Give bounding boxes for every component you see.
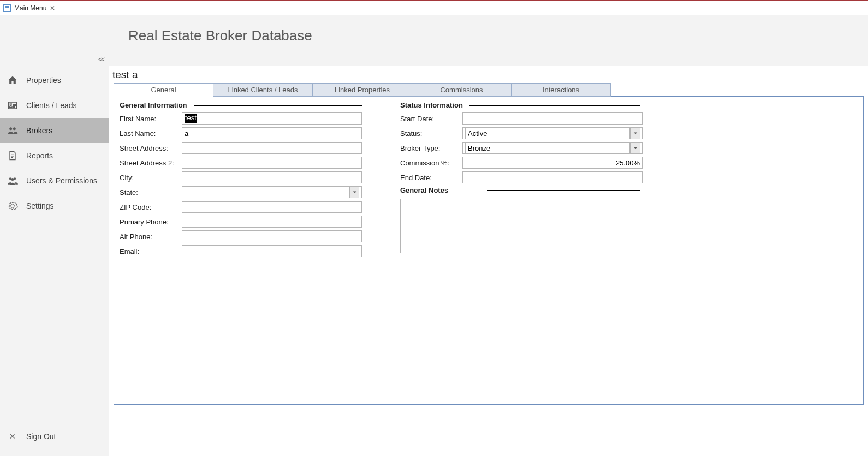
tab-label: General xyxy=(151,86,176,94)
first-name-field[interactable]: test xyxy=(182,112,362,125)
first-name-value: test xyxy=(185,114,197,123)
users-icon xyxy=(7,175,19,187)
section-title: General Information xyxy=(120,101,187,109)
sidebar-item-reports[interactable]: Reports xyxy=(0,143,109,168)
house-icon xyxy=(7,74,19,86)
sidebar-item-properties[interactable]: Properties xyxy=(0,68,109,93)
tab-linked-clients[interactable]: Linked Clients / Leads xyxy=(213,83,313,97)
chevron-down-icon[interactable] xyxy=(630,128,640,139)
state-select[interactable] xyxy=(182,186,362,198)
form-icon xyxy=(3,4,11,12)
label-street2: Street Address 2: xyxy=(120,159,182,167)
gear-icon xyxy=(7,200,19,212)
tab-label: Interactions xyxy=(543,86,579,94)
sidebar-item-label: Clients / Leads xyxy=(26,101,77,110)
sidebar-item-clients-leads[interactable]: Clients / Leads xyxy=(0,93,109,118)
label-zip: ZIP Code: xyxy=(120,203,182,211)
record-title: test a xyxy=(109,66,868,83)
status-value[interactable] xyxy=(465,127,630,139)
label-phone2: Alt Phone: xyxy=(120,233,182,241)
state-value[interactable] xyxy=(185,186,349,198)
label-commission: Commission %: xyxy=(400,159,462,167)
zip-field[interactable] xyxy=(182,201,362,213)
sign-out-button[interactable]: ✕ Sign Out xyxy=(0,427,109,446)
section-header-general-notes: General Notes xyxy=(400,186,640,194)
tab-label: Linked Clients / Leads xyxy=(228,86,298,94)
detail-body: General Information First Name: test Las… xyxy=(114,96,864,405)
label-email: Email: xyxy=(120,247,182,256)
document-tab-label: Main Menu xyxy=(14,4,46,12)
alt-phone-field[interactable] xyxy=(182,230,362,242)
status-select[interactable] xyxy=(462,127,643,139)
tab-linked-properties[interactable]: Linked Properties xyxy=(312,83,412,97)
city-field[interactable] xyxy=(182,171,362,183)
general-info-column: General Information First Name: test Las… xyxy=(120,101,362,260)
street1-field[interactable] xyxy=(182,142,362,154)
end-date-field[interactable] xyxy=(462,171,643,183)
section-rule xyxy=(194,105,362,106)
email-field[interactable] xyxy=(182,245,362,257)
document-tab-bar: Main Menu ✕ xyxy=(0,1,868,15)
label-state: State: xyxy=(120,188,182,197)
section-rule xyxy=(487,190,640,191)
tab-interactions[interactable]: Interactions xyxy=(511,83,611,97)
last-name-field[interactable] xyxy=(182,127,362,139)
primary-phone-field[interactable] xyxy=(182,216,362,228)
label-last-name: Last Name: xyxy=(120,129,182,138)
section-header-status-info: Status Information xyxy=(400,101,640,109)
broker-type-value[interactable] xyxy=(465,142,630,154)
status-info-column: Status Information Start Date: Status: xyxy=(400,101,643,260)
label-start-date: Start Date: xyxy=(400,115,462,123)
sidebar: Properties Clients / Leads Brokers Repor… xyxy=(0,66,109,456)
tab-commissions[interactable]: Commissions xyxy=(412,83,512,97)
general-notes-field[interactable] xyxy=(400,199,640,253)
sidebar-item-brokers[interactable]: Brokers xyxy=(0,118,109,143)
sidebar-item-settings[interactable]: Settings xyxy=(0,193,109,218)
sidebar-item-label: Settings xyxy=(26,202,54,210)
main-layout: Properties Clients / Leads Brokers Repor… xyxy=(0,66,868,456)
id-card-icon xyxy=(7,99,19,111)
close-icon: ✕ xyxy=(7,432,19,441)
label-city: City: xyxy=(120,174,182,182)
tab-general[interactable]: General xyxy=(114,83,213,97)
close-icon[interactable]: ✕ xyxy=(50,4,55,12)
app-title: Real Estate Broker Database xyxy=(128,27,868,44)
sidebar-item-label: Brokers xyxy=(26,126,52,135)
street2-field[interactable] xyxy=(182,157,362,169)
start-date-field[interactable] xyxy=(462,112,643,125)
chevron-down-icon[interactable] xyxy=(349,187,359,198)
broker-type-select[interactable] xyxy=(462,142,643,154)
sidebar-item-users-permissions[interactable]: Users & Permissions xyxy=(0,168,109,193)
document-tab-main-menu[interactable]: Main Menu ✕ xyxy=(0,1,60,15)
section-rule xyxy=(469,105,640,106)
label-street1: Street Address: xyxy=(120,144,182,152)
section-title: General Notes xyxy=(400,186,448,194)
label-broker-type: Broker Type: xyxy=(400,144,462,152)
people-icon xyxy=(7,125,19,137)
label-phone1: Primary Phone: xyxy=(120,218,182,226)
tab-label: Commissions xyxy=(440,86,483,94)
label-status: Status: xyxy=(400,129,462,138)
sidebar-item-label: Properties xyxy=(26,76,61,85)
section-header-general-info: General Information xyxy=(120,101,362,109)
sidebar-item-label: Users & Permissions xyxy=(26,176,97,185)
header: Real Estate Broker Database xyxy=(0,15,868,66)
content-area: test a General Linked Clients / Leads Li… xyxy=(109,66,868,456)
sidebar-item-label: Reports xyxy=(26,151,53,160)
sign-out-label: Sign Out xyxy=(26,432,56,441)
tab-label: Linked Properties xyxy=(335,86,390,94)
detail-tabs: General Linked Clients / Leads Linked Pr… xyxy=(114,83,868,97)
commission-field[interactable] xyxy=(462,157,643,169)
label-first-name: First Name: xyxy=(120,115,182,123)
document-icon xyxy=(7,150,19,162)
sidebar-collapse-toggle[interactable]: << xyxy=(98,56,104,63)
section-title: Status Information xyxy=(400,101,463,109)
chevron-down-icon[interactable] xyxy=(630,143,640,153)
label-end-date: End Date: xyxy=(400,174,462,182)
